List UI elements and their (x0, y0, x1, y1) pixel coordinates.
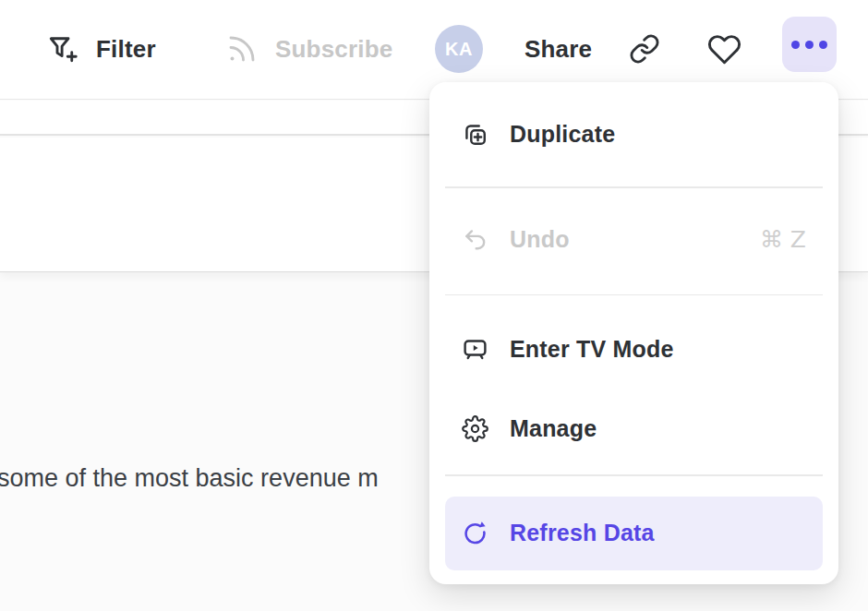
menu-item-label: Refresh Data (510, 520, 655, 546)
avatar-initials: KA (435, 25, 483, 73)
filter-plus-icon (46, 32, 79, 66)
menu-item-duplicate[interactable]: Duplicate (445, 97, 823, 171)
more-options-container (782, 17, 837, 72)
menu-item-manage[interactable]: Manage (445, 391, 823, 465)
menu-item-undo[interactable]: Undo ⌘ Z (445, 203, 823, 277)
menu-divider (445, 294, 823, 296)
more-options-button[interactable] (782, 17, 837, 72)
menu-divider (445, 186, 823, 188)
undo-shortcut: ⌘ Z (760, 226, 806, 253)
menu-item-label: Manage (510, 415, 597, 442)
more-options-menu: Duplicate Undo ⌘ Z Enter TV Mode (429, 82, 838, 584)
subscribe-label: Subscribe (275, 35, 393, 64)
menu-item-label: Undo (510, 226, 570, 253)
filter-label: Filter (96, 35, 156, 64)
refresh-icon (462, 520, 488, 546)
share-label: Share (524, 35, 592, 64)
gear-icon (462, 415, 488, 442)
menu-item-label: Enter TV Mode (510, 336, 674, 363)
menu-item-enter-tv-mode[interactable]: Enter TV Mode (445, 312, 823, 386)
filter-button[interactable]: Filter (46, 0, 156, 98)
rss-icon (225, 32, 259, 66)
subscribe-button[interactable]: Subscribe (225, 0, 393, 98)
tv-mode-icon (462, 336, 488, 363)
undo-icon (462, 226, 488, 253)
menu-divider (445, 474, 823, 476)
ellipsis-icon (791, 41, 800, 49)
heart-icon (707, 32, 741, 66)
duplicate-icon (462, 121, 488, 148)
dashboard-text-fragment: some of the most basic revenue m (0, 464, 379, 493)
menu-item-label: Duplicate (510, 121, 615, 148)
link-icon (629, 33, 660, 65)
menu-item-refresh-data[interactable]: Refresh Data (445, 497, 823, 570)
